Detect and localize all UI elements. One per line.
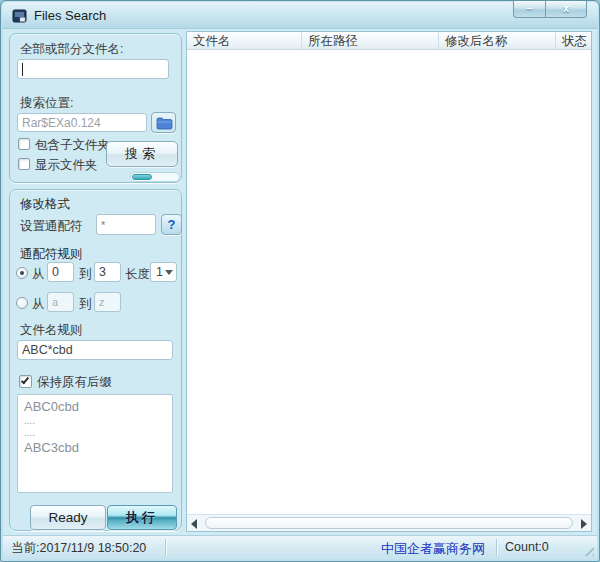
horizontal-scrollbar[interactable]	[187, 514, 591, 531]
search-group: 全部或部分文件名: 搜索位置: 包含子文件夹 显示文件夹 搜索	[9, 33, 182, 183]
column-header-path[interactable]: 所在路径	[302, 32, 439, 49]
scroll-left-button[interactable]	[187, 515, 203, 531]
numeric-from-input[interactable]	[47, 262, 74, 282]
arrow-left-icon	[191, 519, 197, 529]
close-button[interactable]: x	[545, 1, 587, 18]
folder-icon	[156, 117, 173, 130]
filename-label: 全部或部分文件名:	[20, 41, 123, 58]
list-item[interactable]: ....	[24, 427, 166, 439]
numeric-to-label: 到	[79, 266, 92, 283]
include-subfolders-label: 包含子文件夹	[35, 137, 110, 154]
alpha-to-label: 到	[79, 296, 92, 313]
ready-button[interactable]: Ready	[30, 505, 106, 530]
text-caret	[22, 63, 23, 76]
app-window: Files Search – x 全部或部分文件名: 搜索位置: 包含子文件夹 …	[0, 0, 600, 562]
length-dropdown[interactable]: 1	[150, 262, 177, 282]
filename-rule-label: 文件名规则	[20, 322, 83, 339]
alpha-from-label: 从	[32, 296, 45, 313]
filename-rule-input[interactable]	[17, 340, 173, 360]
location-input[interactable]	[17, 113, 147, 132]
window-title: Files Search	[34, 8, 106, 23]
filename-input[interactable]	[17, 59, 169, 79]
progress-thumb	[132, 174, 152, 180]
scroll-right-button[interactable]	[575, 515, 591, 531]
column-header-status[interactable]: 状态	[556, 32, 591, 49]
status-separator	[496, 539, 497, 556]
format-group: 修改格式 设置通配符 ? 通配符规则 从 到 长度 1 从 到 文件名规则 保持…	[9, 189, 182, 531]
results-table-body	[187, 50, 591, 514]
status-separator	[165, 539, 166, 556]
resize-grip[interactable]	[581, 543, 594, 556]
browse-folder-button[interactable]	[151, 112, 176, 133]
status-bar: 当前:2017/11/9 18:50:20 中国企者赢商务网 Count:0	[3, 535, 597, 559]
arrow-right-icon	[581, 519, 587, 529]
alpha-to-input[interactable]	[94, 292, 121, 312]
list-item[interactable]: ABC0cbd	[24, 398, 166, 415]
list-item[interactable]: ....	[24, 415, 166, 427]
numeric-rule-radio[interactable]	[16, 267, 28, 279]
app-icon	[12, 8, 28, 24]
results-panel: 文件名 所在路径 修改后名称 状态	[186, 31, 592, 532]
preview-listbox[interactable]: ABC0cbd .... .... ABC3cbd	[17, 394, 173, 493]
keep-suffix-label: 保持原有后缀	[37, 374, 112, 391]
column-header-filename[interactable]: 文件名	[187, 32, 302, 49]
column-header-newname[interactable]: 修改后名称	[439, 32, 556, 49]
show-folders-label: 显示文件夹	[35, 157, 98, 174]
wildcard-input[interactable]	[96, 214, 156, 235]
alpha-from-input[interactable]	[47, 292, 74, 312]
alpha-rule-radio[interactable]	[16, 297, 28, 309]
help-button[interactable]: ?	[161, 214, 182, 235]
keep-suffix-checkbox[interactable]	[19, 375, 32, 388]
progress-bar	[130, 172, 180, 182]
include-subfolders-checkbox[interactable]	[18, 138, 30, 150]
status-current-time: 当前:2017/11/9 18:50:20	[11, 540, 146, 557]
wildcard-label: 设置通配符	[20, 218, 83, 235]
chevron-down-icon	[165, 270, 173, 275]
results-table-header: 文件名 所在路径 修改后名称 状态	[187, 32, 591, 50]
length-value: 1	[156, 265, 163, 279]
show-folders-checkbox[interactable]	[18, 158, 30, 170]
numeric-from-label: 从	[32, 266, 45, 283]
check-icon	[21, 376, 29, 385]
status-count: Count:0	[505, 540, 549, 554]
list-item[interactable]: ABC3cbd	[24, 439, 166, 456]
title-bar: Files Search	[2, 2, 598, 29]
length-label: 长度	[125, 266, 150, 283]
search-button[interactable]: 搜索	[106, 141, 178, 167]
numeric-to-input[interactable]	[94, 262, 121, 282]
wildcard-rules-title: 通配符规则	[20, 246, 83, 263]
minimize-button[interactable]: –	[513, 1, 545, 18]
window-controls: – x	[513, 1, 587, 18]
execute-button[interactable]: 执行	[107, 505, 177, 530]
format-group-title: 修改格式	[20, 196, 70, 213]
radio-selected-dot	[20, 271, 24, 275]
status-website: 中国企者赢商务网	[381, 540, 485, 558]
location-label: 搜索位置:	[20, 95, 73, 112]
scrollbar-thumb[interactable]	[205, 517, 573, 529]
